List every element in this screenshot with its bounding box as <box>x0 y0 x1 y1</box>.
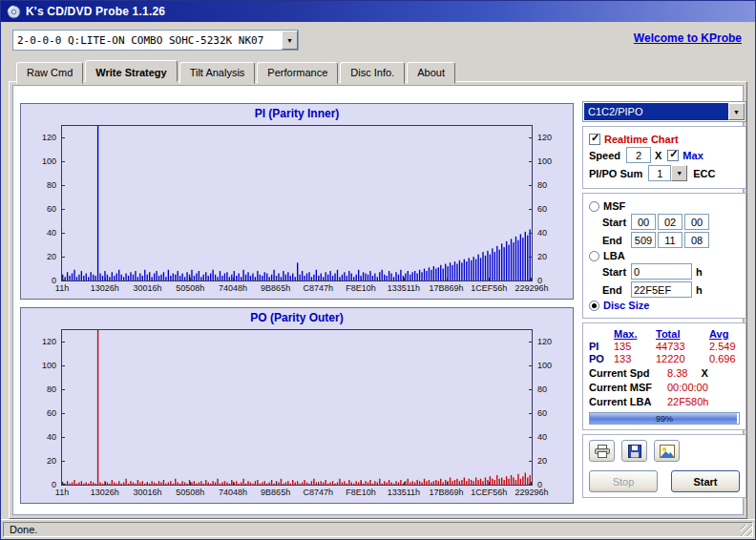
tab-disc-info[interactable]: Disc Info. <box>340 62 405 84</box>
pi-chart-title: PI (Parity Inner) <box>21 104 573 119</box>
print-button[interactable] <box>589 440 615 462</box>
stats-pi-max: 135 <box>614 341 656 352</box>
speed-unit-label: X <box>655 150 662 161</box>
stats-po-max: 133 <box>614 353 656 364</box>
stats-pi-avg: 2.549 <box>709 341 751 352</box>
msf-radio[interactable] <box>589 201 599 212</box>
y-axis-tick-label: 20 <box>26 252 56 261</box>
current-lba-label: Current LBA <box>589 396 667 407</box>
po-chart-plot <box>61 329 533 486</box>
image-icon <box>660 445 675 458</box>
status-bar: Done. <box>1 519 755 539</box>
app-icon <box>7 5 21 19</box>
app-window: K's CD/DVD Probe 1.1.26 2-0-0-0 Q:LITE-O… <box>0 0 756 540</box>
stats-header-total: Total <box>656 328 709 340</box>
start-button[interactable]: Start <box>671 470 740 492</box>
y-axis-tick-label: 120 <box>537 337 568 346</box>
stats-row-po-name: PO <box>589 353 614 364</box>
pi-chart-body: 00202040406060808010010012012011h13026h3… <box>21 121 573 299</box>
msf-label: MSF <box>603 200 625 212</box>
po-chart-canvas <box>62 330 532 485</box>
speed-input[interactable] <box>626 147 651 163</box>
speed-label: Speed <box>589 150 620 161</box>
y-axis-tick-label: 120 <box>537 133 568 142</box>
lba-end-input[interactable] <box>631 281 692 298</box>
y-axis-tick-label: 60 <box>537 204 568 214</box>
lba-start-input[interactable] <box>631 263 692 280</box>
stop-button[interactable]: Stop <box>589 470 658 492</box>
max-speed-label: Max <box>682 150 703 161</box>
po-chart: PO (Parity Outer) 0020204040606080801001… <box>20 307 574 504</box>
y-axis-tick-label: 20 <box>537 456 568 466</box>
export-image-button[interactable] <box>654 440 680 462</box>
current-spd-label: Current Spd <box>589 367 667 379</box>
msf-start-field-2[interactable] <box>684 214 709 230</box>
y-axis-tick-label: 100 <box>537 361 568 370</box>
msf-end-field-2[interactable] <box>684 232 709 248</box>
tab-tilt-analysis[interactable]: Tilt Analysis <box>179 62 256 84</box>
stats-header-avg: Avg <box>709 328 751 340</box>
y-axis-tick-label: 120 <box>26 337 56 346</box>
tab-write-strategy[interactable]: Write Strategy <box>85 60 177 82</box>
y-axis-tick-label: 60 <box>537 408 568 418</box>
chevron-down-icon: ▼ <box>286 37 293 44</box>
mode-combo-value: C1C2/PIPO <box>584 103 728 120</box>
control-column: C1C2/PIPO ▼ Realtime Chart Speed <box>582 101 746 498</box>
y-axis-tick-label: 40 <box>537 228 568 238</box>
lba-start-hex-suffix: h <box>696 266 703 278</box>
y-axis-tick-label: 60 <box>26 408 56 418</box>
tab-performance[interactable]: Performance <box>257 62 338 84</box>
disc-size-radio[interactable] <box>589 301 599 311</box>
max-speed-checkbox[interactable] <box>667 150 679 161</box>
mode-combo-arrow[interactable]: ▼ <box>728 103 745 120</box>
tab-raw-cmd[interactable]: Raw Cmd <box>16 62 83 84</box>
lba-end-label: End <box>602 284 631 296</box>
pi-chart: PI (Parity Inner) 0020204040606080801001… <box>20 103 574 300</box>
pipo-sum-arrow[interactable]: ▼ <box>671 165 687 181</box>
y-axis-tick-label: 100 <box>26 156 56 166</box>
pipo-sum-input[interactable] <box>648 165 671 181</box>
msf-end-label: End <box>602 235 631 246</box>
msf-start-field-0[interactable] <box>631 214 656 230</box>
window-title: K's CD/DVD Probe 1.1.26 <box>26 5 165 18</box>
lba-label: LBA <box>603 250 625 261</box>
y-axis-tick-label: 40 <box>26 432 56 442</box>
resize-grip[interactable] <box>741 525 752 536</box>
lba-radio[interactable] <box>589 251 599 261</box>
current-msf-label: Current MSF <box>589 382 667 393</box>
welcome-kprobe-link[interactable]: Welcome to KProbe <box>634 31 742 45</box>
title-bar: K's CD/DVD Probe 1.1.26 <box>1 1 755 22</box>
x-axis-tick-label: 229296h <box>503 283 560 293</box>
drive-combo-value: 2-0-0-0 Q:LITE-ON COMBO SOHC-5232K NK07 <box>13 31 282 50</box>
progress-bar: 99% <box>589 412 740 425</box>
msf-end-field-1[interactable] <box>658 232 682 248</box>
lba-start-label: Start <box>602 266 631 278</box>
drive-combo[interactable]: 2-0-0-0 Q:LITE-ON COMBO SOHC-5232K NK07 … <box>12 30 299 51</box>
save-button[interactable] <box>621 440 647 462</box>
stats-row-pi-name: PI <box>589 341 614 352</box>
drive-combo-arrow[interactable]: ▼ <box>282 31 298 50</box>
status-text: Done. <box>3 522 753 537</box>
stats-header-max: Max. <box>614 328 656 340</box>
stats-po-avg: 0.696 <box>709 353 751 364</box>
tab-about[interactable]: About <box>407 62 455 84</box>
current-msf-value: 00:00:00 <box>667 382 708 393</box>
pi-chart-plot <box>61 125 533 281</box>
actions-group: Stop Start <box>582 434 746 498</box>
realtime-chart-checkbox[interactable] <box>589 134 600 145</box>
pipo-sum-label: PI/PO Sum <box>589 168 642 179</box>
y-axis-tick-label: 100 <box>26 361 56 370</box>
stats-group: Max. Total Avg PI 135 44733 2.549 PO 133… <box>582 322 746 430</box>
y-axis-tick-label: 20 <box>26 456 56 466</box>
y-axis-tick-label: 40 <box>26 228 56 238</box>
y-axis-tick-label: 20 <box>537 252 568 261</box>
msf-start-field-1[interactable] <box>658 214 682 230</box>
mode-combo[interactable]: C1C2/PIPO ▼ <box>582 101 746 122</box>
chevron-down-icon: ▼ <box>733 109 740 115</box>
write-strategy-panel: PI (Parity Inner) 0020204040606080801001… <box>12 85 744 515</box>
msf-end-field-0[interactable] <box>631 232 656 248</box>
range-group: MSF Start End <box>582 193 746 319</box>
po-chart-title: PO (Parity Outer) <box>21 308 573 323</box>
chevron-down-icon: ▼ <box>676 170 682 177</box>
y-axis-tick-label: 60 <box>26 204 56 214</box>
